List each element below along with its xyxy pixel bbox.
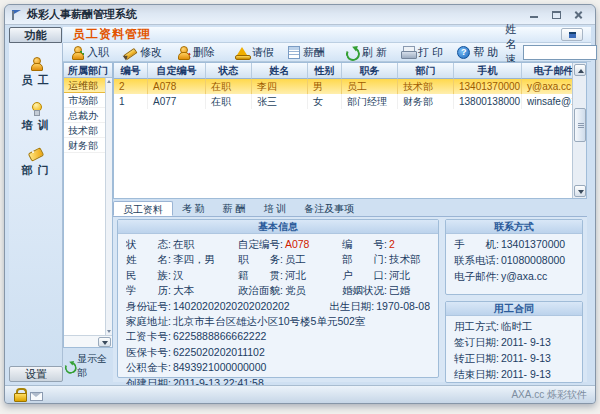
cell-name: 李四 [252,79,308,94]
contract-box: 用工合同 用工方式:临时工 签订日期:2011- 9-13 转正日期:2011-… [445,301,583,383]
column-header[interactable]: 职务 [342,63,398,79]
cell-status: 在职 [206,79,252,94]
minimize-button[interactable] [527,9,541,21]
ethnic-value: 汉 [173,269,184,284]
column-header[interactable]: 部门 [398,63,454,79]
payroll-button[interactable]: 薪酬 [281,44,332,61]
field-label: 公积金卡: [126,361,171,376]
edit-pencil-icon [123,46,137,59]
department-panel-header: 所属部门 [64,63,112,78]
mobile-value: 13401370000 [501,238,565,254]
field-label: 部 门: [342,253,387,268]
settings-button[interactable]: 设置 [9,366,63,382]
idcard-value: 14020202020202020202 [173,300,290,315]
close-button[interactable] [571,9,585,21]
tab-payroll[interactable]: 薪 酬 [214,201,255,216]
payroll-sheet-icon [288,46,300,59]
status-value: 在职 [173,238,194,253]
address-value: 北京市丰台区雄达小区10号楼5单元502室 [173,315,366,330]
field-label: 出生日期: [329,300,374,315]
field-label: 签订日期: [454,336,499,352]
refresh-button[interactable]: 刷 新 [338,44,394,61]
mail-icon[interactable] [30,392,43,401]
field-label: 户 口: [342,269,387,284]
sidebar-item-training[interactable]: 培 训 [9,102,62,133]
show-all-refresh-icon [64,360,75,371]
show-all-label: 显示全部 [77,352,113,380]
field-label: 用工方式: [454,320,499,336]
tab-training[interactable]: 培 训 [255,201,296,216]
field-label: 电子邮件: [454,270,499,286]
help-button[interactable]: 帮 助 [450,44,505,61]
birth-value: 1970-08-08 [376,300,430,315]
education-value: 大本 [173,284,194,299]
field-label: 政治面貌: [238,284,283,299]
cell-gender: 男 [308,79,342,94]
sidebar-item-label: 部 门 [9,163,62,178]
edit-button-label: 修改 [140,45,162,60]
employee-person-icon [29,57,43,70]
printer-icon [401,46,415,59]
fund-card-value: 8493921000000000 [173,361,266,376]
onboard-button-label: 入职 [87,45,109,60]
column-header[interactable]: 编号 [114,63,148,79]
column-header[interactable]: 姓名 [252,63,308,79]
maximize-icon [552,11,561,19]
department-combo [64,335,112,347]
cell-job: 员工 [342,79,398,94]
column-header[interactable]: 自定编号 [148,63,206,79]
job-value: 员工 [285,253,306,268]
field-label: 籍 贯: [238,269,283,284]
cell-job: 部门经理 [342,94,398,109]
department-scrollbar[interactable] [105,78,112,335]
field-label: 状 态: [126,238,171,253]
sidebar-item-label: 员 工 [9,73,62,88]
sidebar-item-department[interactable]: 部 门 [9,147,62,178]
desktop-background: 烁彩人事薪酬管理系统 功能 员工资料管理 入职 修改 [0,0,600,414]
onboard-button[interactable]: 入职 [63,44,116,61]
field-label: 身份证号: [126,300,171,315]
leave-icon [235,46,249,59]
help-icon [457,46,470,59]
column-header[interactable]: 性别 [308,63,342,79]
sidebar-item-label: 培 训 [9,118,62,133]
scroll-down-button[interactable] [574,185,586,197]
table-row[interactable]: 1 A077 在职 张三 女 部门经理 财务部 13800138000 wins… [114,94,586,109]
tab-attendance[interactable]: 考 勤 [173,201,214,216]
employee-table: 编号 自定编号 状态 姓名 性别 职务 部门 手机 电子邮件 2 A078 在职… [113,62,587,199]
cell-custom-id: A078 [148,79,206,94]
table-row-selected[interactable]: 2 A078 在职 李四 男 员工 技术部 13401370000 y@axa.… [114,79,586,94]
tab-functions[interactable]: 功能 [9,27,62,43]
field-label: 转正日期: [454,352,499,368]
brand-label: AXA.cc 烁彩软件 [511,388,587,402]
department-dropdown-button[interactable] [98,337,111,347]
table-scrollbar[interactable] [572,63,586,198]
leave-button[interactable]: 请假 [228,44,281,61]
delete-button[interactable]: 删除 [169,44,222,61]
contact-title: 联系方式 [446,220,582,234]
training-bulb-icon [29,102,43,115]
edit-button[interactable]: 修改 [116,44,169,61]
print-button[interactable]: 打 印 [394,44,450,61]
name-search-input[interactable] [523,45,597,60]
field-label: 医保卡号: [126,346,171,361]
scroll-up-button[interactable] [574,64,586,76]
show-all-button[interactable]: 显示全部 [63,350,113,382]
delete-button-label: 删除 [193,45,215,60]
department-tag-icon [29,147,43,160]
scroll-thumb[interactable] [574,108,586,142]
detail-tabs: 员工资料 考 勤 薪 酬 培 训 备注及事项 [113,201,587,217]
lock-icon[interactable] [13,388,26,401]
maximize-button[interactable] [549,9,563,21]
phone-value: 01080008000 [501,254,565,270]
tab-employee-profile[interactable]: 员工资料 [113,201,173,216]
sign-date-value: 2011- 9-13 [501,336,551,352]
basic-info-title: 基本信息 [118,220,438,234]
tab-notes[interactable]: 备注及事项 [295,201,363,216]
column-header[interactable]: 状态 [206,63,252,79]
sidebar-item-employee[interactable]: 员 工 [9,57,62,88]
end-date-value: 2011- 9-13 [501,368,551,384]
residence-value: 河北 [389,269,410,284]
cell-status: 在职 [206,94,252,109]
column-header[interactable]: 手机 [454,63,522,79]
